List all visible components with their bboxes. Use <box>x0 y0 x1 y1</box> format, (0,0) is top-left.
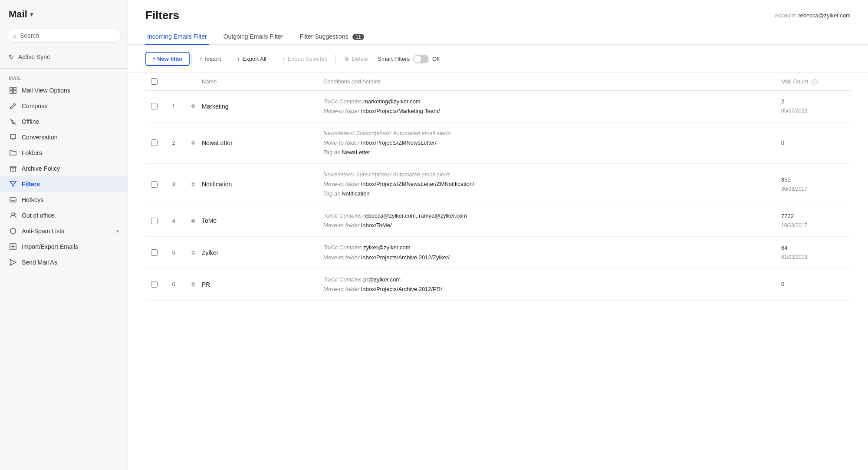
mail-count-info-icon[interactable]: i <box>812 79 818 85</box>
sort-arrows[interactable] <box>184 182 202 187</box>
table-row: 5 Zylker To/Cc Contains zylker@zylker.co… <box>145 237 851 268</box>
sort-down-arrow[interactable] <box>191 143 195 145</box>
table-row: 1 Marketing To/Cc Contains marketing@zyl… <box>145 91 851 122</box>
sort-arrows[interactable] <box>184 218 202 223</box>
delete-button[interactable]: 🗑 Delete <box>338 53 375 65</box>
sidebar-item-archive-policy[interactable]: Archive Policy <box>0 161 128 176</box>
row-name[interactable]: ToMe <box>202 217 323 224</box>
tab-filter-suggestions[interactable]: Filter Suggestions 11 <box>298 29 365 45</box>
import-button[interactable]: ↑ Import <box>194 53 227 65</box>
new-filter-button[interactable]: + New filter <box>145 52 190 66</box>
sort-up-arrow[interactable] <box>191 104 195 106</box>
sidebar-item-label: Filters <box>22 181 40 188</box>
sidebar-item-send-mail-as[interactable]: Send Mail As <box>0 255 128 270</box>
tab-incoming-emails-filter[interactable]: Incoming Emails Filter <box>145 29 209 45</box>
row-name[interactable]: NewsLetter <box>202 139 323 146</box>
row-checkbox[interactable] <box>151 181 158 188</box>
row-check[interactable] <box>145 218 163 224</box>
row-check[interactable] <box>145 281 163 288</box>
sidebar-section-mail: MAIL <box>0 72 128 83</box>
row-num: 1 <box>163 103 184 109</box>
sort-arrows[interactable] <box>184 282 202 287</box>
sort-up-arrow[interactable] <box>191 218 195 221</box>
svg-rect-3 <box>13 91 16 93</box>
header-count: Mail Count i <box>781 78 851 85</box>
row-count: 64 01/03/2018 <box>781 243 851 261</box>
sort-arrows[interactable] <box>184 250 202 255</box>
sort-arrows[interactable] <box>184 140 202 145</box>
row-check[interactable] <box>145 139 163 146</box>
row-checkbox[interactable] <box>151 139 158 146</box>
sidebar-item-label: Archive Policy <box>22 165 60 172</box>
row-checkbox[interactable] <box>151 103 158 109</box>
toolbar: + New filter ↑ Import ↑ Export All ↑ Exp… <box>128 45 868 73</box>
header-check[interactable] <box>145 78 163 85</box>
sidebar-item-label: Anti-Spam Lists <box>22 228 64 235</box>
table-row: 4 ToMe To/Cc Contains rebecca@zylker.com… <box>145 205 851 237</box>
toolbar-separator <box>274 54 274 64</box>
export-selected-label: Export Selected <box>288 56 328 62</box>
sidebar-item-compose[interactable]: Compose <box>0 98 128 114</box>
row-num: 2 <box>163 139 184 146</box>
header-conditions: Conditions and Actions <box>323 78 781 85</box>
row-check[interactable] <box>145 103 163 109</box>
smart-filters-toggle[interactable] <box>413 55 429 63</box>
tab-bar: Incoming Emails Filter Outgoing Emails F… <box>128 22 868 45</box>
sort-down-arrow[interactable] <box>191 285 195 287</box>
row-conditions: Newsletters/ Subscriptions/ Automated em… <box>323 129 781 157</box>
sort-down-arrow[interactable] <box>191 185 195 187</box>
sidebar-item-import-export[interactable]: Import/Export Emails <box>0 239 128 255</box>
row-check[interactable] <box>145 181 163 188</box>
export-all-button[interactable]: ↑ Export All <box>231 53 272 65</box>
sidebar-item-conversation[interactable]: Conversation <box>0 129 128 145</box>
tab-outgoing-emails-filter[interactable]: Outgoing Emails Filter <box>222 29 285 45</box>
smart-filters-label: Smart Filters <box>378 56 410 62</box>
select-all-checkbox[interactable] <box>151 78 158 85</box>
sort-down-arrow[interactable] <box>191 106 195 109</box>
account-label: Account: <box>775 12 797 19</box>
smart-filters-group: Smart Filters Off <box>378 55 440 63</box>
export-all-label: Export All <box>243 56 266 62</box>
row-checkbox[interactable] <box>151 218 158 224</box>
sort-arrows[interactable] <box>184 104 202 109</box>
sort-up-arrow[interactable] <box>191 282 195 284</box>
row-conditions: To/Cc Contains rebecca@zylker.com, ramya… <box>323 211 781 230</box>
row-name[interactable]: Notification <box>202 181 323 188</box>
search-box[interactable]: ⌕ <box>7 29 121 43</box>
sidebar-item-folders[interactable]: Folders <box>0 145 128 161</box>
search-input[interactable] <box>20 32 115 39</box>
sort-up-arrow[interactable] <box>191 182 195 184</box>
row-count: 850 30/08/2017 <box>781 175 851 193</box>
row-check[interactable] <box>145 249 163 256</box>
row-conditions: To/Cc Contains zylker@zylker.com Move-to… <box>323 243 781 262</box>
row-name[interactable]: PR <box>202 281 323 288</box>
sidebar-item-filters[interactable]: Filters <box>0 176 128 192</box>
message-icon <box>9 134 17 141</box>
sort-up-arrow[interactable] <box>191 250 195 252</box>
sidebar-item-out-of-office[interactable]: Out of office <box>0 208 128 223</box>
sort-down-arrow[interactable] <box>191 221 195 223</box>
sidebar-item-label: Folders <box>22 149 42 156</box>
sidebar-item-anti-spam[interactable]: Anti-Spam Lists ▾ <box>0 223 128 239</box>
sidebar-sync-label: Active Sync <box>18 53 50 60</box>
sidebar-item-active-sync[interactable]: ↻ Active Sync <box>0 49 128 65</box>
sort-down-arrow[interactable] <box>191 253 195 255</box>
row-checkbox[interactable] <box>151 249 158 256</box>
export-selected-icon: ↑ <box>282 56 285 62</box>
sidebar-item-hotkeys[interactable]: Hotkeys <box>0 192 128 208</box>
sidebar-item-mail-view-options[interactable]: Mail View Options <box>0 83 128 98</box>
row-count: 7732 19/08/2017 <box>781 212 851 230</box>
toolbar-separator <box>229 54 229 64</box>
svg-point-10 <box>12 213 14 215</box>
sort-up-arrow[interactable] <box>191 140 195 142</box>
row-name[interactable]: Marketing <box>202 103 323 110</box>
sidebar-item-offline[interactable]: Offline <box>0 114 128 129</box>
row-name[interactable]: Zylker <box>202 249 323 256</box>
export-selected-button[interactable]: ↑ Export Selected <box>276 53 333 65</box>
send-icon <box>9 259 17 266</box>
sidebar-title[interactable]: Mail ▾ <box>9 9 119 20</box>
toolbar-separator <box>335 54 336 64</box>
sidebar-item-label: Mail View Options <box>22 87 70 94</box>
row-checkbox[interactable] <box>151 281 158 288</box>
out-of-office-icon <box>9 212 17 219</box>
